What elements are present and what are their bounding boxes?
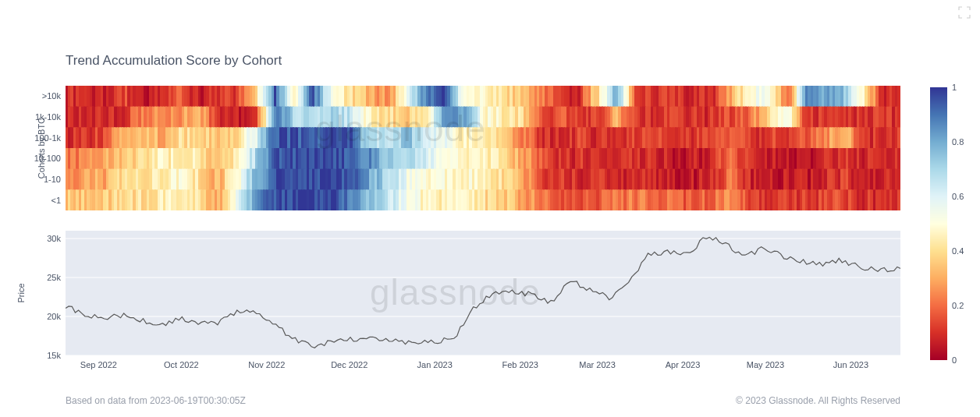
x-axis-tick: Feb 2023 xyxy=(502,360,538,369)
heatmap-y-tick: >10k xyxy=(42,91,61,101)
plot-area: Cohorts by BTC glassnode >10k1k-10k100-1… xyxy=(66,86,900,382)
x-axis: Sep 2022Oct 2022Nov 2022Dec 2022Jan 2023… xyxy=(66,355,900,374)
data-timestamp: Based on data from 2023-06-19T00:30:05Z xyxy=(66,395,246,406)
x-axis-tick: Nov 2022 xyxy=(248,360,285,369)
colorbar-tick: 0 xyxy=(952,355,957,365)
price-y-axis-label: Price xyxy=(16,283,26,302)
colorbar: 10.80.60.40.20 xyxy=(930,87,947,360)
heatmap-y-tick: <1 xyxy=(51,196,61,205)
heatmap-y-axis-label: Cohorts by BTC xyxy=(37,118,46,178)
copyright: © 2023 Glassnode. All Rights Reserved xyxy=(736,395,900,406)
price-y-tick: 25k xyxy=(47,273,61,282)
price-y-tick: 15k xyxy=(47,351,61,360)
x-axis-tick: Jan 2023 xyxy=(417,360,453,369)
colorbar-tick: 1 xyxy=(952,83,957,92)
x-axis-tick: Sep 2022 xyxy=(80,360,117,369)
price-y-tick: 20k xyxy=(47,312,61,321)
colorbar-tick: 0.2 xyxy=(952,301,964,310)
colorbar-tick: 0.8 xyxy=(952,137,964,147)
x-axis-tick: Oct 2022 xyxy=(164,360,199,369)
x-axis-tick: May 2023 xyxy=(747,360,784,369)
colorbar-tick: 0.6 xyxy=(952,192,964,201)
price-chart[interactable]: Price glassnode 30k25k20k15k xyxy=(66,231,900,355)
x-axis-tick: Jun 2023 xyxy=(833,360,868,369)
x-axis-tick: Mar 2023 xyxy=(579,360,615,369)
heatmap-y-tick: 1k-10k xyxy=(35,112,61,122)
chart-title: Trend Accumulation Score by Cohort xyxy=(66,53,282,69)
heatmap-y-tick: 100-1k xyxy=(34,133,61,143)
heatmap-y-tick: 1-10 xyxy=(44,175,61,184)
heatmap-y-tick: 10-100 xyxy=(34,154,61,163)
x-axis-tick: Apr 2023 xyxy=(666,360,701,369)
heatmap-chart[interactable]: Cohorts by BTC glassnode >10k1k-10k100-1… xyxy=(66,86,900,210)
x-axis-tick: Dec 2022 xyxy=(331,360,368,369)
colorbar-tick: 0.4 xyxy=(952,246,964,256)
expand-icon[interactable] xyxy=(958,6,971,19)
price-y-tick: 30k xyxy=(47,234,61,243)
